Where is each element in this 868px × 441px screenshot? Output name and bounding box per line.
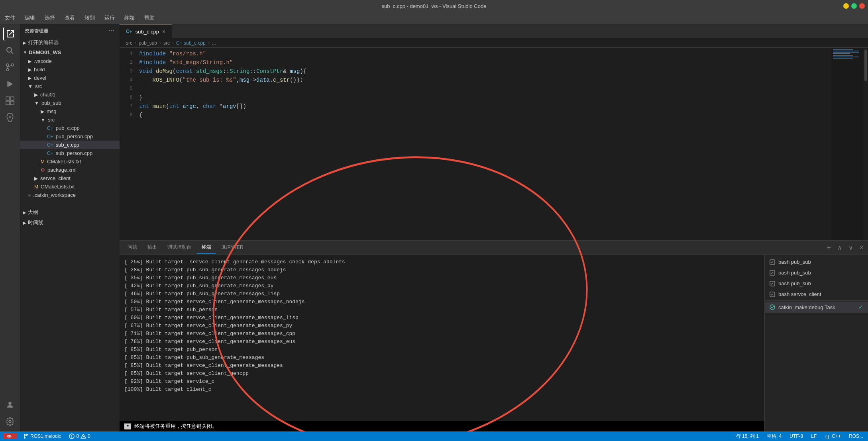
timeline-section[interactable]: ▶ 时间线 — [20, 218, 120, 228]
panel-tab-problems[interactable]: 问题 — [123, 241, 142, 254]
search-activity-button[interactable] — [3, 44, 17, 57]
editor-scrollbar[interactable] — [863, 48, 868, 240]
tree-item-src[interactable]: ▼ src — [20, 82, 120, 90]
menu-help[interactable]: 帮助 — [143, 14, 156, 22]
tab-close-button[interactable]: × — [162, 28, 165, 35]
open-editors-section[interactable]: ▶ 打开的编辑器 — [20, 37, 120, 48]
code-line-6: } — [139, 93, 831, 102]
breadcrumb-item[interactable]: C+ sub_c.cpp — [176, 40, 206, 46]
window-controls — [843, 3, 865, 9]
status-branch[interactable]: ROS1.melodic — [22, 433, 63, 439]
settings-activity-button[interactable] — [3, 415, 17, 428]
maximize-button[interactable] — [851, 3, 857, 9]
panel-tab-debug[interactable]: 调试控制台 — [163, 241, 196, 254]
tree-item-catkin[interactable]: ≡ .catkin_workspace — [20, 191, 120, 199]
code-line-4: ROS_INFO("the sub is: %s",msg->data.c_st… — [139, 76, 831, 84]
terminal-list-item-1[interactable]: bash pub_sub — [765, 257, 868, 267]
panel-tab-jupyter[interactable]: JUPYTER — [217, 242, 248, 253]
tree-item-pub-sub[interactable]: ▼ pub_sub — [20, 99, 120, 107]
tree-item-chai01[interactable]: ▶ chai01 — [20, 90, 120, 99]
terminal-list-item-3[interactable]: bash pub_sub — [765, 278, 868, 289]
menu-view[interactable]: 查看 — [63, 14, 77, 22]
status-remote-button[interactable] — [3, 433, 17, 439]
panel: 问题 输出 调试控制台 终端 JUPYTER + ∧ ∨ × — [120, 240, 868, 431]
tree-item-sub-person[interactable]: C+ sub_person.cpp — [20, 149, 120, 157]
breadcrumb-item[interactable]: src — [126, 40, 132, 46]
terminal-line: [ 50%] Built target servce_client_genera… — [124, 298, 760, 306]
terminal-output[interactable]: [ 25%] Built target _servce_client_gener… — [120, 255, 764, 421]
svg-point-13 — [8, 402, 11, 405]
timeline-label: 时间线 — [28, 219, 43, 226]
panel-close-button[interactable]: × — [858, 243, 865, 252]
tab-bar: C+ sub_c.cpp × — [120, 24, 868, 38]
explorer-activity-button[interactable] — [3, 27, 17, 41]
tree-item-servce-client[interactable]: ▶ servce_client — [20, 174, 120, 182]
menu-run[interactable]: 运行 — [103, 14, 116, 22]
status-feedback[interactable]: ROS... — [847, 433, 865, 439]
close-button[interactable] — [859, 3, 865, 9]
status-errors[interactable]: 0 0 — [67, 433, 92, 439]
panel-tab-output[interactable]: 输出 — [143, 241, 162, 254]
source-control-activity-button[interactable] — [3, 61, 17, 74]
terminal-list-item-5[interactable]: catkin_make:debug Task ✓ — [765, 302, 868, 313]
status-encoding[interactable]: UTF-8 — [788, 433, 805, 439]
tree-item-sub-c[interactable]: C+ sub_c.cpp — [20, 141, 120, 149]
menu-select[interactable]: 选择 — [43, 14, 57, 22]
status-left: ROS1.melodic 0 0 — [3, 433, 92, 439]
status-spaces[interactable]: 空格: 4 — [765, 433, 783, 440]
outline-section[interactable]: ▶ 大纲 — [20, 207, 120, 218]
terminal-line: [ 28%] Built target pub_sub_generate_mes… — [124, 266, 760, 274]
cpp-file-icon: C+ — [47, 151, 53, 156]
cpp-file-icon: C+ — [47, 134, 53, 139]
menu-goto[interactable]: 转到 — [83, 14, 96, 22]
panel-add-button[interactable]: + — [825, 243, 832, 252]
tree-item-msg[interactable]: ▶ msg — [20, 107, 120, 116]
tree-item-devel[interactable]: ▶ devel — [20, 74, 120, 82]
panel-chevron-up[interactable]: ∧ — [836, 243, 844, 252]
menu-terminal[interactable]: 终端 — [123, 14, 136, 22]
tree-label-src: src — [35, 83, 42, 89]
test-activity-button[interactable] — [3, 111, 17, 124]
terminal-list-separator — [765, 300, 868, 301]
tree-item-pub-c[interactable]: C+ pub_c.cpp — [20, 124, 120, 132]
tree-item-pub-person[interactable]: C+ pub_person.cpp — [20, 132, 120, 141]
status-eol[interactable]: LF — [809, 433, 818, 439]
status-warnings-text: 0 — [88, 433, 90, 439]
breadcrumb-item[interactable]: ... — [212, 40, 216, 46]
run-activity-button[interactable] — [3, 77, 17, 91]
folder-icon: ▶ — [28, 75, 31, 81]
folder-icon: ▶ — [34, 92, 38, 98]
tree-item-cmakelists2[interactable]: M CMakeLists.txt · — [20, 182, 120, 191]
terminal-list-icon — [770, 292, 775, 297]
status-bar: ROS1.melodic 0 0 行 15, 列 1 空格: 4 UTF-8 — [0, 431, 868, 441]
tree-item-vscode[interactable]: ▶ .vscode — [20, 57, 120, 65]
workspace-chevron: ▼ — [23, 50, 27, 55]
terminal-list-item-4[interactable]: bash servce_client — [765, 289, 868, 300]
menu-edit[interactable]: 编辑 — [23, 14, 37, 22]
account-activity-button[interactable] — [3, 398, 17, 412]
breadcrumb-item[interactable]: pub_sub — [139, 40, 157, 46]
terminal-list-item-2[interactable]: bash pub_sub — [765, 267, 868, 278]
terminal-task-check-icon: ✓ — [858, 304, 863, 310]
code-editor[interactable]: 1 2 3 4 5 6 7 8 #include "ros/ros.h" #in… — [120, 48, 868, 240]
status-position[interactable]: 行 15, 列 1 — [734, 433, 760, 440]
panel-chevron-down[interactable]: ∨ — [847, 243, 855, 252]
panel-tab-terminal[interactable]: 终端 — [197, 241, 216, 254]
tree-item-package-xml[interactable]: ⚙ package.xml — [20, 166, 120, 174]
status-errors-text: 0 — [76, 433, 79, 439]
sidebar-more-button[interactable]: ··· — [108, 27, 115, 34]
tree-label-chai01: chai01 — [40, 92, 55, 98]
terminal-list-label-5: catkin_make:debug Task — [778, 304, 835, 310]
workspace-section[interactable]: ▼ DEMO01_WS — [20, 48, 120, 57]
tree-item-cmakelists[interactable]: M CMakeLists.txt — [20, 157, 120, 166]
tree-item-build[interactable]: ▶ build — [20, 65, 120, 74]
minimize-button[interactable] — [843, 3, 849, 9]
terminal-line: [ 71%] Built target servce_client_genera… — [124, 330, 760, 338]
tree-item-src-sub[interactable]: ▼ src — [20, 116, 120, 124]
tree-label-servce-client: servce_client — [40, 175, 71, 181]
menu-file[interactable]: 文件 — [3, 14, 17, 22]
tab-sub-c[interactable]: C+ sub_c.cpp × — [120, 24, 172, 38]
breadcrumb-item[interactable]: src — [163, 40, 170, 46]
extensions-activity-button[interactable] — [3, 94, 17, 108]
status-language[interactable]: {} C++ — [823, 433, 842, 439]
